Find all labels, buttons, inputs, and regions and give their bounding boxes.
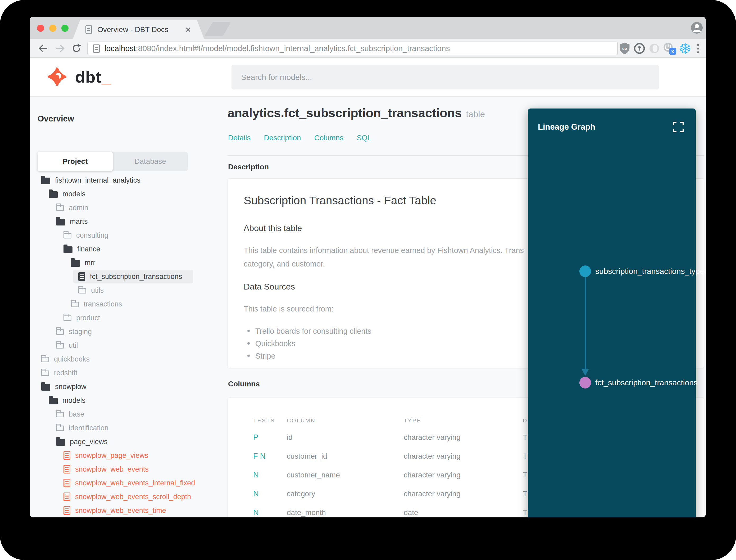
tab-description[interactable]: Description [264, 134, 301, 142]
opera-extension-icon[interactable] [647, 39, 662, 58]
tree-item-admin[interactable]: admin [38, 201, 193, 215]
columns-section-label: Columns [228, 380, 260, 388]
tree-item-transactions[interactable]: transactions [38, 297, 193, 311]
back-icon[interactable] [37, 39, 49, 58]
forward-icon[interactable] [54, 39, 66, 58]
dbt-logo[interactable]: dbt_ [45, 65, 111, 89]
svg-text:uo: uo [622, 46, 627, 51]
tree-item-redshift[interactable]: redshift [38, 366, 193, 380]
cell-type: date [404, 503, 523, 517]
url-path: :8080/index.html#!/model/model.fishtown_… [136, 44, 450, 53]
tree-item-snowplow-web-events-scroll-depth[interactable]: snowplow_web_events_scroll_depth [38, 490, 193, 504]
cell-tests: P [253, 428, 287, 447]
tree-item-fct-subscription-transactions[interactable]: fct_subscription_transactions [73, 270, 193, 283]
tree-item-snowplow-web-events[interactable]: snowplow_web_events [38, 462, 193, 476]
cell-column: id [287, 428, 404, 447]
cell-tests: N [253, 503, 287, 517]
tree-item-mrr[interactable]: mrr [38, 256, 193, 270]
folder-closed-icon [56, 343, 64, 349]
url-host: localhost [105, 44, 136, 53]
browser-tab-strip: Overview - DBT Docs [30, 17, 706, 39]
tree-item-product[interactable]: product [38, 311, 193, 325]
folder-closed-icon [78, 288, 86, 293]
page-title-suffix: table [466, 109, 485, 119]
new-tab-button[interactable] [204, 22, 231, 36]
lineage-graph-panel: Lineage Graph subscription_transactions_… [528, 109, 696, 517]
browser-toolbar: localhost :8080/index.html#!/model/model… [30, 39, 706, 58]
reload-icon[interactable] [70, 39, 83, 58]
close-window-button[interactable] [37, 25, 44, 32]
project-database-toggle: Project Database [38, 152, 188, 171]
column-header-tests: TESTS [253, 413, 287, 428]
tree-item-snowplow-web-events-internal-fixed[interactable]: snowplow_web_events_internal_fixed [38, 476, 193, 490]
tree-item-utils[interactable]: utils [38, 283, 193, 297]
lineage-graph-title: Lineage Graph [538, 122, 595, 132]
cell-type: character varying [404, 447, 523, 466]
cell-tests: F N [253, 447, 287, 466]
model-file-icon [64, 493, 70, 501]
search-input[interactable] [232, 65, 659, 89]
tree-item-snowplow[interactable]: snowplow [38, 380, 193, 394]
toggle-database[interactable]: Database [113, 152, 188, 171]
tree-item-staging[interactable]: staging [38, 325, 193, 338]
cell-column: date_month [287, 503, 404, 517]
tree-item-fishtown-internal-analytics[interactable]: fishtown_internal_analytics [38, 173, 193, 187]
url-bar[interactable]: localhost :8080/index.html#!/model/model… [87, 42, 618, 55]
file-tree: fishtown_internal_analytics models admin… [38, 173, 193, 517]
model-file-icon [64, 506, 70, 515]
model-file-icon [78, 272, 85, 281]
tree-item-snowplow-models[interactable]: models [38, 394, 193, 407]
tree-item-marts[interactable]: marts [38, 215, 193, 228]
model-node-label: fct_subscription_transactions [595, 378, 698, 387]
folder-open-icon [49, 191, 58, 198]
power-extension-icon[interactable]: x [662, 39, 677, 58]
cell-column: customer_id [287, 447, 404, 466]
tree-item-quickbooks[interactable]: quickbooks [38, 352, 193, 366]
cell-type: character varying [404, 466, 523, 484]
browser-window: Overview - DBT Docs [30, 17, 706, 517]
ublock-extension-icon[interactable]: uo [617, 39, 632, 58]
tree-item-page-views[interactable]: page_views [38, 435, 193, 449]
tab-details[interactable]: Details [228, 134, 251, 142]
lineage-edge-arrowhead [581, 369, 589, 376]
tab-columns[interactable]: Columns [314, 134, 344, 142]
url-page-icon [93, 44, 100, 53]
browser-tab[interactable]: Overview - DBT Docs [73, 20, 204, 39]
folder-open-icon [64, 246, 73, 253]
toggle-project[interactable]: Project [38, 152, 113, 171]
tree-item-consulting[interactable]: consulting [38, 228, 193, 242]
folder-open-icon [41, 384, 50, 391]
folder-open-icon [49, 398, 58, 404]
fullscreen-icon[interactable] [672, 121, 684, 133]
tree-item-snowplow-page-views[interactable]: snowplow_page_views [38, 449, 193, 462]
tree-item-finance[interactable]: finance [38, 242, 193, 256]
folder-open-icon [56, 439, 65, 446]
tree-item-base[interactable]: base [38, 407, 193, 421]
folder-closed-icon [71, 302, 79, 307]
folder-closed-icon [56, 426, 64, 431]
browser-menu-icon[interactable] [690, 39, 705, 58]
tab-close-icon[interactable] [185, 26, 192, 33]
lineage-node-source[interactable]: subscription_transactions_typed [579, 265, 706, 277]
browser-profile-avatar[interactable] [691, 22, 703, 34]
cell-type: character varying [404, 428, 523, 447]
cell-column: customer_name [287, 466, 404, 484]
onepassword-extension-icon[interactable] [632, 39, 647, 58]
folder-closed-icon [41, 357, 49, 362]
cell-column: category [287, 484, 404, 503]
folder-open-icon [41, 178, 50, 184]
tree-item-identification[interactable]: identification [38, 421, 193, 435]
screenshot-frame: Overview - DBT Docs [0, 0, 736, 560]
tree-item-models[interactable]: models [38, 187, 193, 201]
column-header-type: TYPE [404, 413, 523, 428]
folder-open-icon [56, 219, 65, 225]
folder-closed-icon [64, 315, 71, 321]
lineage-node-model[interactable]: fct_subscription_transactions [579, 377, 698, 389]
dbt-logo-icon [45, 65, 69, 89]
minimize-window-button[interactable] [49, 25, 56, 32]
tree-item-snowplow-web-events-time[interactable]: snowplow_web_events_time [38, 504, 193, 517]
model-file-icon [64, 479, 70, 487]
tab-sql[interactable]: SQL [357, 134, 371, 142]
tree-item-util[interactable]: util [38, 338, 193, 352]
maximize-window-button[interactable] [61, 25, 69, 32]
